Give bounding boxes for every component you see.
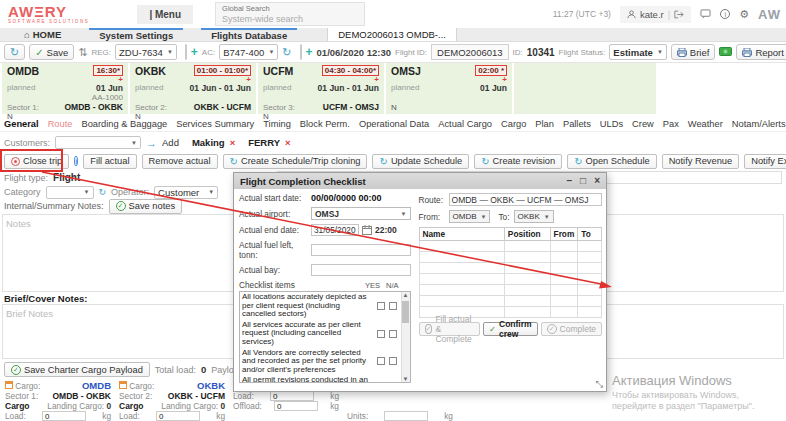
sector-card-1[interactable]: OMDB16:30*+ planned01 Jun AA-1000 Sector… xyxy=(2,63,128,114)
payment-cash-icon[interactable] xyxy=(719,47,732,58)
tab-timing[interactable]: Timing xyxy=(263,119,291,129)
maximize-icon[interactable]: □ xyxy=(580,176,586,186)
from-select[interactable]: OMDB▼ xyxy=(449,210,491,223)
flight-status-select[interactable]: Estimate▼ xyxy=(609,44,667,60)
tab-operational-data[interactable]: Operational Data xyxy=(359,119,429,129)
checkbox-na[interactable] xyxy=(389,302,397,310)
actual-airport-select[interactable]: OMSJ▼ xyxy=(311,207,411,220)
aircraft-type-select[interactable]: B747-400▼ xyxy=(219,44,278,60)
table-row[interactable] xyxy=(419,274,601,285)
sector-card-4[interactable]: OMSJ02:00 *+ planned01 Jun N xyxy=(386,63,512,114)
tab-crew[interactable]: Crew xyxy=(632,119,654,129)
messages-icon[interactable] xyxy=(700,9,711,19)
add-arrow-icon[interactable]: → xyxy=(146,137,157,149)
create-revision-button[interactable]: ↻Create revision xyxy=(474,154,562,169)
tab-boarding-baggage[interactable]: Boarding & Baggage xyxy=(81,119,167,129)
tab-ulds[interactable]: ULDs xyxy=(600,119,623,129)
add-customer-button[interactable]: Add xyxy=(162,137,179,148)
add-aircraft-button[interactable]: + xyxy=(306,45,313,59)
minimize-icon[interactable]: – xyxy=(567,176,573,186)
create-schedule-button[interactable]: ↻Create Schedule/Trip cloning xyxy=(223,154,368,169)
registration-select[interactable]: ZDU-7634▼ xyxy=(115,44,177,60)
actual-bay-input[interactable] xyxy=(311,264,411,276)
resize-handle[interactable]: ⤡ xyxy=(596,379,603,390)
sector-card-2[interactable]: OKBK01:00 - 01:00*+ planned01 Jun - 01 J… xyxy=(130,63,256,114)
checkbox-yes[interactable] xyxy=(377,302,385,310)
report-button[interactable]: Report xyxy=(736,44,786,60)
tab-plan[interactable]: Plan xyxy=(535,119,554,129)
end-date-input[interactable]: 31/05/2020 xyxy=(311,224,359,236)
scroll-up-icon[interactable]: ▲ xyxy=(403,292,409,298)
customer-chip-ferry[interactable]: FERRY× xyxy=(248,137,290,148)
route-input[interactable]: OMDB — OKBK — UCFM — OMSJ xyxy=(449,193,602,206)
table-row[interactable] xyxy=(419,241,601,252)
remove-chip-icon[interactable]: × xyxy=(230,137,236,148)
table-row[interactable] xyxy=(419,285,601,296)
menu-button[interactable]: | Menu xyxy=(137,5,193,24)
tab-route[interactable]: Route xyxy=(48,119,73,129)
table-row[interactable] xyxy=(419,296,601,307)
units-input[interactable] xyxy=(384,411,428,421)
remove-chip-icon[interactable]: × xyxy=(285,137,291,148)
refresh-button[interactable]: ↻ xyxy=(4,44,25,60)
checklist-scroll-area[interactable]: All locations accurately depicted as per… xyxy=(239,291,411,383)
fill-actual-complete-button[interactable]: ✓Fill actual & Complete xyxy=(419,322,480,336)
load-input[interactable]: 0 xyxy=(270,391,314,401)
tab-pax[interactable]: Pax xyxy=(663,119,679,129)
notify-expenses-button[interactable]: Notify Expenses xyxy=(744,154,786,169)
tab-general[interactable]: General xyxy=(4,119,39,129)
checkbox-yes[interactable] xyxy=(377,357,385,365)
update-schedule-button[interactable]: ↻Update Schedule xyxy=(372,154,469,169)
reg-search-input[interactable] xyxy=(185,44,187,60)
open-schedule-button[interactable]: ↻Open Schedule xyxy=(567,154,656,169)
complete-button[interactable]: ✓Complete xyxy=(541,322,602,336)
calendar-icon[interactable] xyxy=(362,225,372,235)
tab-notam-alerts[interactable]: Notam/Alerts xyxy=(732,119,786,129)
customer-chip-making[interactable]: Making× xyxy=(192,137,235,148)
fuel-left-input[interactable] xyxy=(311,244,411,256)
tab-cargo[interactable]: Cargo xyxy=(501,119,526,129)
category-select[interactable]: ▼ xyxy=(46,186,94,199)
refresh-icon[interactable]: ↻ xyxy=(99,187,107,197)
info-icon[interactable]: i xyxy=(74,156,78,166)
scroll-down-icon[interactable]: ▼ xyxy=(403,376,409,382)
add-registration-button[interactable]: + xyxy=(191,45,198,59)
tab-weather[interactable]: Weather xyxy=(688,119,723,129)
table-row[interactable] xyxy=(419,252,601,263)
ac-search-input[interactable] xyxy=(300,44,302,60)
info-icon[interactable]: i xyxy=(720,9,730,19)
tab-home[interactable]: ⌂HOME xyxy=(14,28,71,41)
tab-flights-database[interactable]: Flights Database xyxy=(201,28,297,41)
tab-block-perm[interactable]: Block Perm. xyxy=(300,119,350,129)
save-button[interactable]: ✓Save xyxy=(29,44,74,60)
scrollbar-thumb[interactable] xyxy=(402,301,409,323)
remove-actual-button[interactable]: Remove actual xyxy=(142,154,218,169)
settings-gear-icon[interactable]: ⚙ xyxy=(739,8,749,21)
user-menu[interactable]: kate.r | xyxy=(620,6,691,23)
confirm-crew-button[interactable]: ✓Confirm crew xyxy=(483,322,538,336)
checkbox-yes[interactable] xyxy=(377,330,385,338)
close-icon[interactable]: × xyxy=(594,176,600,186)
global-search-input[interactable]: Global Search System-wide search xyxy=(215,2,365,26)
tab-system-settings[interactable]: System Settings xyxy=(89,28,183,41)
checklist-scrollbar[interactable]: ▲▼ xyxy=(401,292,410,382)
tab-services-summary[interactable]: Services Summary xyxy=(176,119,254,129)
swap-icon[interactable]: ⇅ xyxy=(78,46,87,59)
table-row[interactable] xyxy=(419,263,601,274)
flight-type-select[interactable]: Flight▼ xyxy=(53,172,241,183)
close-trip-button[interactable]: Close trip xyxy=(4,154,69,169)
logout-icon[interactable] xyxy=(674,10,684,19)
save-charter-payload-button[interactable]: ✓Save Charter Cargo Payload xyxy=(4,362,150,377)
load-input[interactable]: 0 xyxy=(156,411,200,421)
refresh-icon[interactable]: ↻ xyxy=(282,46,291,59)
brief-button[interactable]: Brief xyxy=(671,44,716,60)
tab-pallets[interactable]: Pallets xyxy=(563,119,591,129)
notify-revenue-button[interactable]: Notify Revenue xyxy=(662,154,740,169)
tab-flight-demo2006013[interactable]: DEMO2006013 OMDB-... xyxy=(327,28,457,41)
end-time-value[interactable]: 22:00 xyxy=(375,225,397,235)
to-select[interactable]: OKBK▼ xyxy=(514,210,554,223)
tab-actual-cargo[interactable]: Actual Cargo xyxy=(438,119,492,129)
save-notes-button[interactable]: ✓Save notes xyxy=(109,199,183,214)
load-input[interactable]: 0 xyxy=(42,411,86,421)
customers-select[interactable]: ▼ xyxy=(55,136,141,149)
